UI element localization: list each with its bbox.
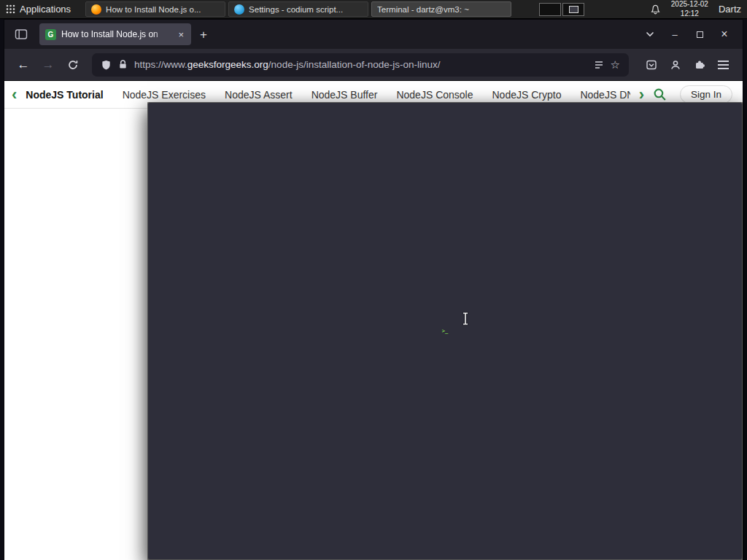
tab-title: How to Install Node.js on: [61, 29, 171, 39]
site-nav-item[interactable]: NodeJS Exercises: [123, 89, 206, 101]
taskbar-button[interactable]: Settings - codium script...: [228, 1, 368, 17]
bookmark-star-icon[interactable]: ☆: [611, 59, 620, 70]
workspace-window-glyph: [569, 6, 578, 13]
site-nav-item[interactable]: NodeJS Crypto: [492, 89, 562, 101]
codium-icon: [234, 4, 244, 15]
top-panel: Applications How to Install Node.js o...…: [0, 0, 747, 19]
workspace-switcher: [539, 3, 584, 16]
url-domain: geeksforgeeks.org: [187, 59, 268, 70]
url-path: /node-js/installation-of-node-js-on-linu…: [268, 59, 441, 70]
taskbar-button[interactable]: >_Terminal - dartz@vm3: ~: [371, 1, 511, 17]
panel-clock-time: 12:12: [671, 9, 708, 19]
taskbar-button-label: Terminal - dartz@vm3: ~: [377, 5, 469, 14]
workspace-1[interactable]: [539, 3, 561, 16]
list-all-tabs-button[interactable]: [638, 24, 662, 44]
window-maximize-button[interactable]: [687, 24, 712, 44]
maximize-icon: [697, 31, 703, 38]
mouse-cursor: [461, 312, 470, 328]
applications-label: Applications: [20, 4, 71, 15]
window-close-button[interactable]: ×: [712, 24, 737, 44]
taskbar-button[interactable]: How to Install Node.js o...: [85, 1, 225, 17]
site-nav-item[interactable]: NodeJS Tutorial: [26, 89, 103, 101]
tabbar-right: – ×: [638, 24, 737, 44]
firefox-icon: [91, 4, 101, 15]
nav-scroll-right-icon[interactable]: ›: [639, 87, 644, 103]
applications-menu-button[interactable]: Applications: [0, 0, 78, 18]
site-nav-item[interactable]: NodeJS Buffer: [311, 89, 378, 101]
site-nav-item[interactable]: NodeJS Console: [396, 89, 473, 101]
taskbar-button-label: Settings - codium script...: [249, 5, 343, 14]
taskbar-button-label: How to Install Node.js o...: [106, 5, 201, 14]
notification-bell-icon[interactable]: [650, 4, 661, 15]
url-text: https://www.geeksforgeeks.org/node-js/in…: [134, 59, 587, 70]
account-icon[interactable]: [663, 54, 687, 76]
window-minimize-button[interactable]: –: [662, 24, 687, 44]
site-nav-items: NodeJS TutorialNodeJS ExercisesNodeJS As…: [26, 89, 630, 101]
panel-clock: 2025-12-02 12:12: [671, 0, 708, 18]
url-prefix: https://www.: [134, 59, 187, 70]
window-task-list: How to Install Node.js o...Settings - co…: [85, 1, 511, 17]
navigation-toolbar: ← → https://www.geeksforgeeks.org/node-j…: [4, 49, 743, 81]
site-nav-item[interactable]: NodeJS DNS: [580, 89, 630, 101]
sign-in-button[interactable]: Sign In: [680, 85, 732, 104]
panel-status-area: 2025-12-02 12:12 Dartz: [650, 0, 747, 18]
search-icon[interactable]: [653, 88, 667, 101]
back-button[interactable]: ←: [12, 54, 35, 76]
toolbar-right-icons: [639, 54, 735, 76]
tracking-shield-icon[interactable]: [101, 59, 112, 71]
extensions-icon[interactable]: [687, 54, 711, 76]
desktop: Applications How to Install Node.js o...…: [0, 0, 747, 560]
site-favicon: G: [45, 29, 56, 40]
reload-button[interactable]: [61, 54, 85, 76]
workspace-2[interactable]: [562, 3, 584, 16]
site-nav-item[interactable]: NodeJS Assert: [225, 89, 293, 101]
applications-grid-icon: [6, 4, 15, 14]
panel-clock-date: 2025-12-02: [671, 0, 708, 9]
firefox-view-icon[interactable]: [10, 24, 32, 44]
lock-icon[interactable]: [118, 59, 128, 70]
reader-view-icon[interactable]: [594, 60, 604, 70]
nav-scroll-left-icon[interactable]: ‹: [12, 87, 17, 103]
menu-hamburger-icon[interactable]: [711, 54, 735, 76]
tab-bar: G How to Install Node.js on × + – ×: [4, 20, 743, 49]
panel-username: Dartz: [719, 4, 741, 15]
tab-close-button[interactable]: ×: [177, 29, 185, 40]
pocket-icon[interactable]: [639, 54, 663, 76]
url-bar[interactable]: https://www.geeksforgeeks.org/node-js/in…: [92, 53, 629, 77]
forward-button[interactable]: →: [36, 54, 60, 76]
new-tab-button[interactable]: +: [200, 28, 207, 41]
browser-tab[interactable]: G How to Install Node.js on ×: [39, 23, 191, 45]
